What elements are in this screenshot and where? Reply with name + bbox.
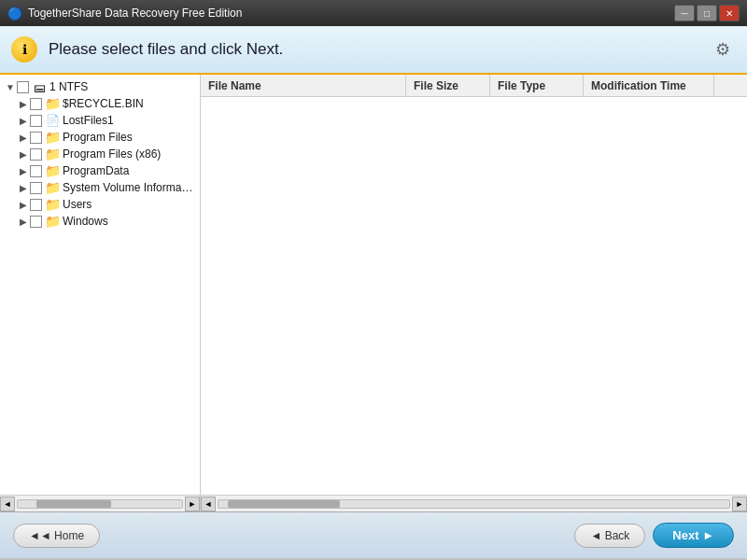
tree-scrollbar: ◄ ► bbox=[0, 496, 201, 511]
drive-icon: 🖴 bbox=[32, 80, 47, 93]
checkbox-users[interactable] bbox=[30, 199, 42, 211]
tree-content: ▼ 🖴 1 NTFS ▶ 📁 $RECYCLE.BIN ▶ 📄 LostFile… bbox=[0, 75, 200, 495]
folder-icon-windows: 📁 bbox=[45, 215, 60, 228]
tree-item-programfiles86[interactable]: ▶ 📁 Program Files (x86) bbox=[0, 146, 200, 162]
folder-icon-recycle: 📁 bbox=[45, 97, 60, 110]
info-icon: ℹ bbox=[11, 36, 37, 63]
file-area bbox=[201, 97, 747, 495]
tree-label-lostfiles: LostFiles1 bbox=[63, 114, 114, 127]
expand-icon-windows[interactable]: ▶ bbox=[17, 215, 30, 228]
close-button[interactable]: ✕ bbox=[719, 5, 740, 21]
checkbox-programfiles86[interactable] bbox=[30, 148, 42, 161]
bottom-bar: ◄◄ Home ◄ Back Next ► bbox=[0, 511, 747, 558]
expand-icon-root[interactable]: ▼ bbox=[4, 80, 17, 93]
expand-icon-users[interactable]: ▶ bbox=[17, 198, 30, 211]
checkbox-windows[interactable] bbox=[30, 216, 42, 228]
expand-icon-programfiles86[interactable]: ▶ bbox=[17, 147, 30, 161]
main-content: ▼ 🖴 1 NTFS ▶ 📁 $RECYCLE.BIN ▶ 📄 LostFile… bbox=[0, 75, 747, 495]
window-title: TogetherShare Data Recovery Free Edition bbox=[28, 7, 242, 20]
tree-label-systemvolume: System Volume Informa… bbox=[63, 181, 192, 194]
tree-label-programfiles: Program Files bbox=[63, 131, 133, 144]
tree-scroll-right[interactable]: ► bbox=[185, 497, 200, 511]
tree-scroll-track[interactable] bbox=[17, 499, 183, 509]
col-filename[interactable]: File Name bbox=[201, 75, 406, 96]
scroll-container: ◄ ► ◄ ► bbox=[0, 495, 747, 511]
tree-item-lostfiles[interactable]: ▶ 📄 LostFiles1 bbox=[0, 112, 200, 129]
next-button[interactable]: Next ► bbox=[653, 523, 734, 548]
expand-icon-programfiles[interactable]: ▶ bbox=[17, 131, 30, 144]
expand-icon-lostfiles[interactable]: ▶ bbox=[17, 114, 30, 127]
tree-panel: ▼ 🖴 1 NTFS ▶ 📁 $RECYCLE.BIN ▶ 📄 LostFile… bbox=[0, 75, 201, 495]
tree-item-programdata[interactable]: ▶ 📁 ProgramData bbox=[0, 162, 200, 179]
file-scroll-right[interactable]: ► bbox=[732, 497, 747, 511]
file-table-header: File Name File Size File Type Modificati… bbox=[201, 75, 747, 97]
title-bar: 🔵 TogetherShare Data Recovery Free Editi… bbox=[0, 0, 747, 26]
checkbox-programdata[interactable] bbox=[30, 165, 42, 177]
nav-buttons: ◄ Back Next ► bbox=[574, 523, 734, 548]
tree-label-windows: Windows bbox=[63, 215, 108, 228]
folder-icon-programfiles86: 📁 bbox=[45, 147, 60, 161]
tree-item-root[interactable]: ▼ 🖴 1 NTFS bbox=[0, 78, 200, 95]
tree-label-recycle: $RECYCLE.BIN bbox=[63, 97, 144, 110]
expand-icon-systemvolume[interactable]: ▶ bbox=[17, 181, 30, 194]
tree-item-users[interactable]: ▶ 📁 Users bbox=[0, 196, 200, 213]
tree-root-label: 1 NTFS bbox=[49, 80, 88, 93]
file-panel: File Name File Size File Type Modificati… bbox=[201, 75, 747, 495]
tree-item-systemvolume[interactable]: ▶ 📁 System Volume Informa… bbox=[0, 179, 200, 196]
tree-scroll-thumb bbox=[36, 500, 111, 508]
lostfiles-icon: 📄 bbox=[45, 114, 60, 127]
expand-icon-programdata[interactable]: ▶ bbox=[17, 164, 30, 177]
title-bar-left: 🔵 TogetherShare Data Recovery Free Editi… bbox=[7, 7, 242, 21]
tree-scroll-left[interactable]: ◄ bbox=[0, 497, 15, 511]
tree-item-windows[interactable]: ▶ 📁 Windows bbox=[0, 213, 200, 230]
file-scrollbar: ◄ ► bbox=[201, 496, 747, 511]
minimize-button[interactable]: ─ bbox=[674, 5, 695, 21]
back-button[interactable]: ◄ Back bbox=[574, 524, 645, 548]
folder-icon-programfiles: 📁 bbox=[45, 131, 60, 144]
tree-label-programdata: ProgramData bbox=[63, 164, 129, 177]
tree-item-recycle[interactable]: ▶ 📁 $RECYCLE.BIN bbox=[0, 95, 200, 112]
expand-icon-recycle[interactable]: ▶ bbox=[17, 97, 30, 110]
settings-button[interactable]: ⚙ bbox=[710, 36, 736, 63]
home-button[interactable]: ◄◄ Home bbox=[13, 524, 100, 548]
folder-icon-users: 📁 bbox=[45, 198, 60, 211]
col-filetype[interactable]: File Type bbox=[490, 75, 584, 96]
header-message: Please select files and click Next. bbox=[49, 40, 283, 59]
col-filesize[interactable]: File Size bbox=[406, 75, 490, 96]
checkbox-root[interactable] bbox=[17, 81, 29, 93]
col-modtime[interactable]: Modification Time bbox=[584, 75, 714, 96]
file-scroll-left[interactable]: ◄ bbox=[201, 497, 216, 511]
maximize-button[interactable]: □ bbox=[697, 5, 717, 21]
folder-icon-systemvolume: 📁 bbox=[45, 181, 60, 194]
checkbox-lostfiles[interactable] bbox=[30, 115, 42, 127]
app-icon: 🔵 bbox=[7, 7, 22, 21]
title-bar-controls: ─ □ ✕ bbox=[674, 5, 740, 21]
file-scroll-track[interactable] bbox=[218, 499, 730, 509]
file-scroll-thumb bbox=[228, 500, 340, 508]
tree-item-programfiles[interactable]: ▶ 📁 Program Files bbox=[0, 129, 200, 146]
checkbox-recycle[interactable] bbox=[30, 98, 42, 110]
header-bar: ℹ Please select files and click Next. ⚙ bbox=[0, 26, 747, 75]
folder-icon-programdata: 📁 bbox=[45, 164, 60, 177]
tree-label-programfiles86: Program Files (x86) bbox=[63, 147, 161, 161]
tree-label-users: Users bbox=[63, 198, 92, 211]
checkbox-systemvolume[interactable] bbox=[30, 182, 42, 194]
checkbox-programfiles[interactable] bbox=[30, 132, 42, 144]
